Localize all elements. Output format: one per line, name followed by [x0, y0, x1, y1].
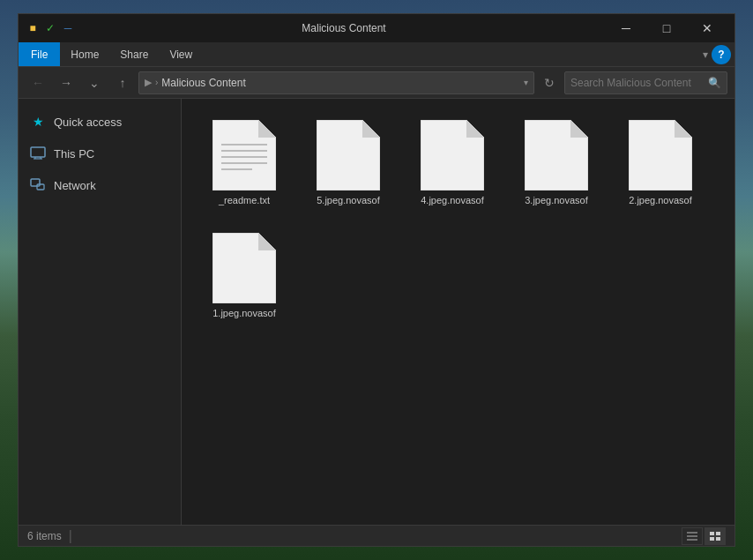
svg-marker-18: [570, 120, 588, 138]
this-pc-label: This PC: [54, 147, 94, 161]
status-bar: 6 items |: [19, 525, 734, 546]
address-bar: ← → ⌄ ↑ ▶ › Malicious Content ▾ ↻ 🔍: [19, 67, 734, 99]
ribbon-right: ▾ ?: [703, 45, 734, 64]
file-item-3[interactable]: 3.jpeg.novasof: [508, 113, 605, 219]
file-item-1[interactable]: 1.jpeg.novasof: [196, 226, 293, 332]
view-buttons: [682, 527, 726, 545]
title-bar-icons: ■ ✓ ─: [26, 21, 75, 35]
svg-rect-27: [716, 532, 720, 535]
breadcrumb-current: Malicious Content: [161, 77, 245, 89]
file-name-4: 4.jpeg.novasof: [421, 194, 484, 206]
sidebar-item-network[interactable]: Network: [19, 169, 181, 201]
this-pc-icon: [29, 145, 47, 162]
sidebar: ★ Quick access This PC: [19, 99, 182, 525]
network-icon: [29, 176, 47, 194]
share-menu-item[interactable]: Share: [109, 42, 159, 66]
file-item-4[interactable]: 4.jpeg.novasof: [404, 113, 501, 219]
recent-locations-button[interactable]: ⌄: [82, 71, 107, 94]
back-button[interactable]: ←: [26, 71, 50, 94]
large-icons-view-button[interactable]: [705, 527, 726, 545]
network-label: Network: [54, 179, 96, 192]
svg-rect-0: [31, 147, 45, 157]
svg-marker-14: [362, 120, 380, 138]
details-view-button[interactable]: [682, 527, 703, 545]
svg-rect-26: [710, 532, 714, 535]
title-bar: ■ ✓ ─ Malicious Content ─ □ ✕: [19, 14, 734, 42]
breadcrumb-bar[interactable]: ▶ › Malicious Content ▾: [138, 71, 534, 94]
file-name-1: 1.jpeg.novasof: [212, 307, 276, 319]
breadcrumb-separator: ›: [155, 78, 158, 87]
svg-marker-7: [258, 120, 276, 138]
status-separator: |: [69, 528, 72, 544]
close-button[interactable]: ✕: [687, 14, 727, 42]
file-name-5: 5.jpeg.novasof: [317, 194, 380, 206]
file-name-2: 2.jpeg.novasof: [629, 194, 692, 206]
sidebar-item-quick-access[interactable]: ★ Quick access: [19, 106, 181, 138]
search-box: 🔍: [564, 71, 727, 94]
file-menu-button[interactable]: File: [19, 42, 60, 66]
breadcrumb-home-icon: ▶: [145, 77, 152, 88]
ribbon-bar: File Home Share View ▾ ?: [19, 42, 734, 67]
file-icon-2: [629, 120, 692, 190]
file-item-readme[interactable]: _readme.txt: [196, 113, 293, 219]
file-icon-1: [212, 233, 276, 303]
forward-button[interactable]: →: [54, 71, 78, 94]
window-controls: ─ □ ✕: [606, 14, 727, 42]
file-icon-3: [525, 120, 588, 190]
file-item-2[interactable]: 2.jpeg.novasof: [612, 113, 709, 219]
titlebar-icon-2: ✓: [43, 21, 57, 35]
file-explorer-window: ■ ✓ ─ Malicious Content ─ □ ✕ File Home …: [18, 13, 735, 547]
search-input[interactable]: [570, 77, 705, 89]
view-menu-item[interactable]: View: [159, 42, 203, 66]
quick-access-label: Quick access: [54, 116, 122, 129]
svg-marker-20: [675, 120, 692, 138]
sidebar-item-this-pc[interactable]: This PC: [19, 138, 181, 169]
quick-access-icon: ★: [29, 113, 47, 131]
file-area: _readme.txt 5.jpeg.novasof: [182, 99, 734, 525]
file-icon-5: [317, 120, 380, 190]
refresh-button[interactable]: ↻: [538, 71, 561, 94]
file-icon-readme: [212, 120, 276, 190]
svg-rect-5: [37, 184, 44, 190]
main-area: ★ Quick access This PC: [19, 99, 734, 525]
window-title: Malicious Content: [82, 22, 606, 34]
file-name-3: 3.jpeg.novasof: [525, 194, 588, 206]
file-name-readme: _readme.txt: [219, 194, 270, 206]
svg-marker-22: [258, 233, 276, 250]
minimize-button[interactable]: ─: [606, 14, 646, 42]
home-menu-item[interactable]: Home: [60, 42, 109, 66]
maximize-button[interactable]: □: [646, 14, 687, 42]
file-icon-4: [421, 120, 484, 190]
svg-rect-29: [716, 537, 720, 541]
breadcrumb-dropdown-icon[interactable]: ▾: [524, 78, 528, 87]
svg-rect-28: [710, 537, 714, 541]
titlebar-icon-1: ■: [26, 21, 40, 35]
help-button[interactable]: ?: [712, 45, 731, 64]
svg-marker-16: [466, 120, 484, 138]
titlebar-icon-3: ─: [61, 21, 75, 35]
items-count: 6 items: [27, 530, 62, 542]
files-grid: _readme.txt 5.jpeg.novasof: [196, 113, 720, 332]
search-icon: 🔍: [708, 77, 721, 89]
ribbon-dropdown-icon[interactable]: ▾: [703, 49, 708, 61]
up-button[interactable]: ↑: [110, 71, 135, 94]
file-item-5[interactable]: 5.jpeg.novasof: [300, 113, 397, 219]
svg-rect-4: [31, 179, 40, 186]
